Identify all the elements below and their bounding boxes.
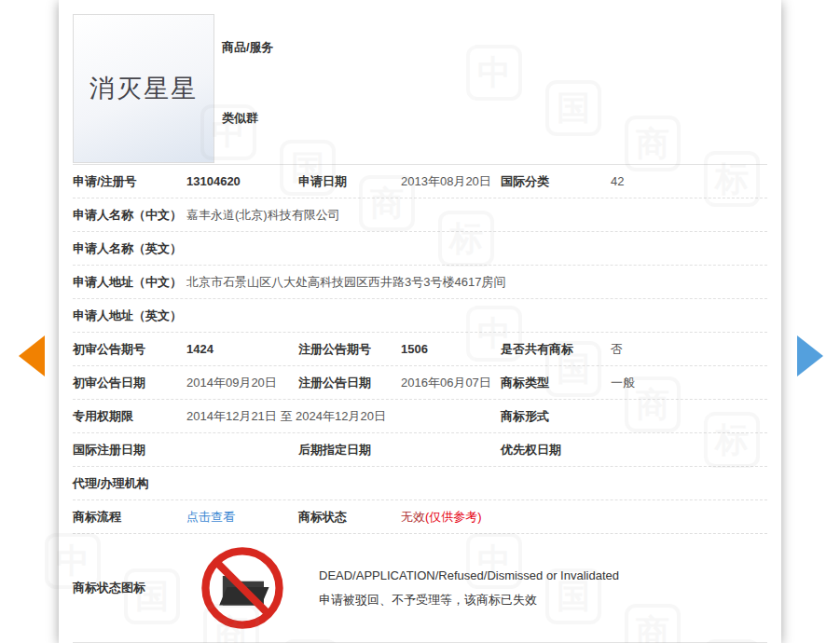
process-label: 商标流程: [73, 509, 186, 526]
table-row-status-icon: 商标状态图标 DEAD/APPLICATION/Refused/Dismisse…: [73, 534, 767, 643]
table-row-agency: 代理/办理机构: [73, 467, 767, 500]
reg-gazette-no-label: 注册公告期号: [298, 341, 401, 358]
shared-trademark-value: 否: [611, 341, 767, 358]
intl-reg-date-label: 国际注册日期: [73, 442, 186, 458]
apply-date-value: 2013年08月20日: [401, 173, 501, 190]
table-row-applicant-addr-cn: 申请人地址（中文） 北京市石景山区八大处高科技园区西井路3号3号楼4617房间: [73, 266, 767, 299]
reg-gazette-date-value: 2016年06月07日: [401, 375, 501, 391]
trademark-header-section: 消灭星星 商品/服务 类似群: [73, 0, 767, 164]
prelim-gazette-date-label: 初审公告日期: [73, 375, 186, 391]
applicant-name-cn-value: 嘉丰永道(北京)科技有限公司: [186, 207, 767, 224]
status-value-note: (仅供参考): [425, 510, 482, 524]
applicant-addr-cn-value: 北京市石景山区八大处高科技园区西井路3号3号楼4617房间: [186, 274, 767, 291]
exclusive-period-label: 专用权期限: [73, 408, 186, 425]
chevron-left-icon: [19, 335, 45, 376]
table-row-applicant-name-en: 申请人名称（英文）: [73, 232, 767, 266]
status-label: 商标状态: [298, 509, 401, 526]
previous-arrow-button[interactable]: [19, 335, 45, 376]
reg-no-value: 13104620: [186, 174, 298, 188]
prelim-gazette-no-value: 1424: [186, 342, 298, 356]
chevron-right-icon: [797, 335, 823, 376]
agency-label: 代理/办理机构: [73, 475, 186, 492]
exclusive-period-value: 2014年12月21日 至 2024年12月20日: [186, 408, 501, 425]
dead-status-prohibited-folder-icon: [200, 545, 285, 631]
shared-trademark-label: 是否共有商标: [501, 341, 611, 358]
table-row-applicant-name-cn: 申请人名称（中文） 嘉丰永道(北京)科技有限公司: [73, 198, 767, 232]
intl-class-label: 国际分类: [501, 173, 611, 190]
table-row-registration: 申请/注册号 13104620 申请日期 2013年08月20日 国际分类 42: [73, 165, 767, 198]
reg-gazette-no-value: 1506: [401, 342, 501, 356]
trademark-image: 消灭星星: [73, 14, 214, 163]
prelim-gazette-date-value: 2014年09月20日: [186, 375, 298, 391]
trademark-header-fields: 商品/服务 类似群: [214, 14, 767, 164]
later-designation-date-label: 后期指定日期: [298, 442, 401, 458]
table-row-gazette-no: 初审公告期号 1424 注册公告期号 1506 是否共有商标 否: [73, 333, 767, 366]
reg-no-label: 申请/注册号: [73, 173, 186, 190]
status-value: 无效(仅供参考): [401, 509, 767, 526]
intl-class-value: 42: [611, 174, 767, 188]
status-description-cn: 申请被驳回、不予受理等，该商标已失效: [319, 592, 619, 609]
goods-services-label: 商品/服务: [222, 39, 274, 56]
table-row-intl-dates: 国际注册日期 后期指定日期 优先权日期: [73, 433, 767, 467]
status-value-main: 无效: [401, 510, 425, 524]
applicant-name-en-label: 申请人名称（英文）: [73, 240, 186, 257]
trademark-type-value: 一般: [611, 375, 767, 391]
status-description-en: DEAD/APPLICATION/Refused/Dismissed or In…: [319, 568, 619, 582]
status-icon-label: 商标状态图标: [73, 580, 186, 596]
trademark-info-table: 申请/注册号 13104620 申请日期 2013年08月20日 国际分类 42…: [73, 164, 767, 643]
table-row-exclusive-period: 专用权期限 2014年12月21日 至 2024年12月20日 商标形式: [73, 400, 767, 433]
table-row-gazette-date: 初审公告日期 2014年09月20日 注册公告日期 2016年06月07日 商标…: [73, 366, 767, 400]
applicant-name-cn-label: 申请人名称（中文）: [73, 207, 186, 224]
trademark-detail-card: 消灭星星 商品/服务 类似群 申请/注册号 13104620 申请日期 2013…: [59, 0, 781, 643]
trademark-type-label: 商标类型: [501, 375, 611, 391]
apply-date-label: 申请日期: [298, 173, 401, 190]
applicant-addr-en-label: 申请人地址（英文）: [73, 308, 186, 324]
similar-group-label: 类似群: [222, 110, 258, 127]
process-view-link[interactable]: 点击查看: [186, 509, 298, 526]
trademark-image-text: 消灭星星: [90, 72, 198, 105]
priority-date-label: 优先权日期: [501, 442, 611, 458]
prelim-gazette-no-label: 初审公告期号: [73, 341, 186, 358]
reg-gazette-date-label: 注册公告日期: [298, 375, 401, 391]
trademark-form-label: 商标形式: [501, 408, 611, 425]
status-description: DEAD/APPLICATION/Refused/Dismissed or In…: [319, 559, 619, 618]
next-arrow-button[interactable]: [797, 335, 823, 376]
table-row-process-status: 商标流程 点击查看 商标状态 无效(仅供参考): [73, 500, 767, 534]
applicant-addr-cn-label: 申请人地址（中文）: [73, 274, 186, 291]
table-row-applicant-addr-en: 申请人地址（英文）: [73, 299, 767, 333]
